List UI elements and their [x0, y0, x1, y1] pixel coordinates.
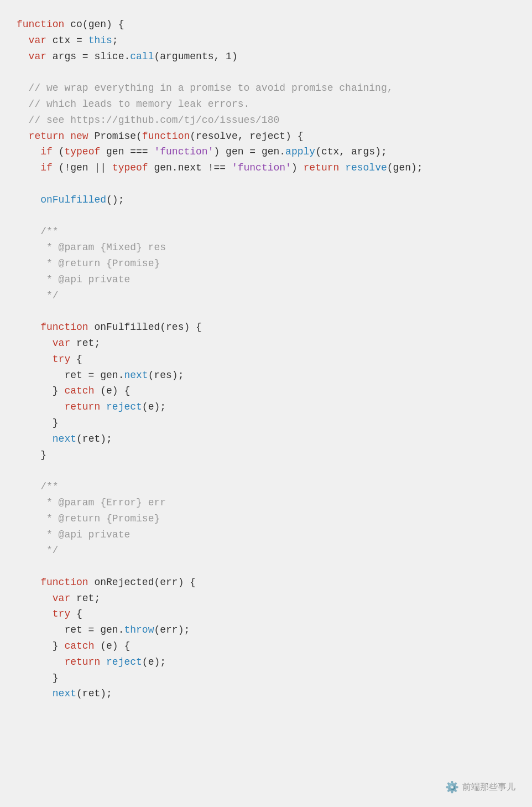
code-line: next(ret);: [17, 686, 515, 702]
code-token: (resolve, reject) {: [190, 131, 303, 142]
code-token: }: [17, 449, 46, 461]
code-line: [17, 208, 515, 224]
code-token: apply: [285, 146, 315, 157]
code-token: (!gen ||: [53, 162, 112, 173]
code-token: function: [40, 322, 88, 333]
code-line: } catch (e) {: [17, 383, 515, 399]
code-token: */: [17, 545, 59, 556]
code-token: /**: [17, 226, 59, 237]
code-line: }: [17, 670, 515, 686]
code-token: var: [17, 338, 70, 349]
code-token: gen ===: [100, 146, 154, 157]
code-token: onRejected(err) {: [88, 577, 196, 588]
code-token: reject: [106, 656, 142, 668]
code-token: return: [17, 401, 100, 412]
code-token: 'function': [232, 162, 291, 173]
code-line: [17, 176, 515, 192]
code-block: function co(gen) { var ctx = this; var a…: [17, 17, 515, 702]
code-line: var ret;: [17, 335, 515, 351]
code-token: 'function': [154, 146, 213, 157]
code-token: return: [17, 656, 100, 668]
code-token: {: [70, 608, 82, 619]
code-token: ret = gen.: [17, 370, 124, 381]
code-line: /**: [17, 479, 515, 495]
code-token: catch: [64, 385, 94, 396]
code-line: next(ret);: [17, 431, 515, 447]
code-token: (ctx, args);: [315, 146, 387, 157]
code-token: [17, 688, 53, 699]
code-token: if: [17, 146, 53, 157]
code-token: next: [53, 433, 76, 444]
code-token: (err);: [154, 624, 190, 635]
code-token: onFulfilled(res) {: [88, 322, 202, 333]
code-token: new: [64, 131, 94, 142]
code-line: function co(gen) {: [17, 17, 515, 33]
code-line: var args = slice.call(arguments, 1): [17, 49, 515, 65]
code-token: * @api private: [17, 529, 130, 540]
code-token: [339, 162, 345, 173]
code-token: ): [291, 162, 304, 173]
code-token: typeof: [112, 162, 148, 173]
code-line: * @api private: [17, 527, 515, 543]
code-line: function onRejected(err) {: [17, 575, 515, 591]
code-token: reject: [106, 401, 142, 412]
code-token: * @return {Promise}: [17, 513, 160, 524]
code-token: var: [17, 593, 70, 604]
code-line: return new Promise(function(resolve, rej…: [17, 128, 515, 144]
code-line: * @return {Promise}: [17, 511, 515, 527]
code-line: onFulfilled();: [17, 192, 515, 208]
code-token: * @return {Promise}: [17, 258, 160, 269]
code-token: catch: [64, 640, 94, 651]
code-line: function onFulfilled(res) {: [17, 319, 515, 335]
code-line: var ret;: [17, 591, 515, 607]
code-token: ret = gen.: [17, 624, 124, 635]
code-token: [17, 433, 53, 444]
code-token: ;: [112, 35, 118, 46]
code-line: [17, 558, 515, 575]
code-token: throw: [124, 624, 154, 635]
code-token: next: [124, 370, 148, 381]
code-line: /**: [17, 224, 515, 240]
code-token: ctx =: [46, 35, 88, 46]
code-token: try: [17, 354, 70, 365]
code-token: /**: [17, 481, 59, 492]
code-line: }: [17, 415, 515, 431]
code-token: * @api private: [17, 274, 130, 285]
code-line: * @param {Error} err: [17, 495, 515, 511]
code-line: ret = gen.next(res);: [17, 368, 515, 384]
code-line: try {: [17, 351, 515, 368]
code-token: [17, 322, 40, 333]
code-line: // we wrap everything in a promise to av…: [17, 80, 515, 96]
code-token: (res);: [148, 370, 184, 381]
code-line: * @api private: [17, 272, 515, 288]
code-token: return: [304, 162, 340, 173]
watermark-icon: ⚙️: [445, 778, 459, 796]
code-token: ();: [106, 194, 124, 205]
code-token: (ret);: [76, 433, 112, 444]
code-line: return reject(e);: [17, 654, 515, 670]
code-token: function: [17, 19, 64, 30]
code-line: ret = gen.throw(err);: [17, 622, 515, 638]
code-token: ret;: [70, 338, 100, 349]
code-token: }: [17, 640, 64, 651]
code-token: function: [40, 577, 88, 588]
code-token: co(gen) {: [64, 19, 124, 30]
code-token: }: [17, 417, 59, 428]
code-line: [17, 303, 515, 319]
code-token: onFulfilled: [40, 194, 106, 205]
code-line: }: [17, 447, 515, 463]
code-line: */: [17, 542, 515, 558]
code-line: return reject(e);: [17, 399, 515, 415]
code-token: typeof: [64, 146, 100, 157]
code-token: Promise(: [94, 131, 142, 142]
code-line: } catch (e) {: [17, 638, 515, 654]
code-line: // see https://github.com/tj/co/issues/1…: [17, 112, 515, 128]
code-token: (e);: [142, 401, 166, 412]
code-token: * @param {Error} err: [17, 497, 166, 508]
code-token: }: [17, 385, 64, 396]
code-token: call: [130, 51, 154, 62]
code-line: */: [17, 288, 515, 304]
code-token: ret;: [70, 593, 100, 604]
watermark-text: 前端那些事儿: [462, 780, 515, 794]
code-token: if: [17, 162, 53, 173]
